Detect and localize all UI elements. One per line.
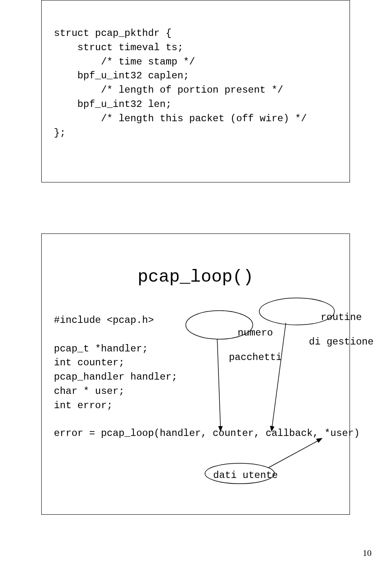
label-routine-line2: di gestione (309, 336, 373, 347)
slide-struct-definition: struct pcap_pkthdr { struct timeval ts; … (41, 0, 350, 182)
label-routine-line1: routine (321, 312, 362, 323)
slide-pcap-loop: pcap_loop() #include <pcap.h> pcap_t *ha… (41, 233, 350, 515)
page-number: 10 (363, 548, 372, 558)
code-call-pcap-loop: error = pcap_loop(handler, counter, call… (54, 427, 360, 441)
page: struct pcap_pkthdr { struct timeval ts; … (0, 0, 392, 569)
code-struct-pcap-pkthdr: struct pcap_pkthdr { struct timeval ts; … (54, 27, 307, 140)
label-dati-utente: dati utente (213, 469, 278, 483)
label-numero-pacchetti: numero pacchetti (194, 315, 282, 376)
label-routine-di-gestione: routine di gestione (274, 299, 374, 360)
arrow-dati-line (268, 440, 319, 468)
code-declarations: #include <pcap.h> pcap_t *handler; int c… (54, 313, 177, 413)
label-numero-line1: numero (238, 327, 273, 338)
